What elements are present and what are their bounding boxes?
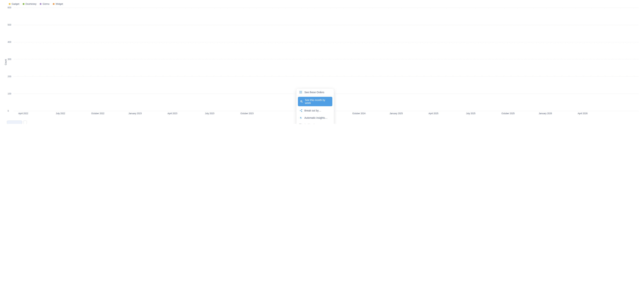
legend-swatch (53, 3, 54, 5)
breakout-icon (299, 109, 302, 112)
x-tick-label: January 2026 (539, 112, 552, 115)
x-tick-label: July 2023 (205, 112, 214, 115)
legend-swatch (9, 3, 10, 5)
legend-swatch (40, 3, 42, 5)
menu-label: Break out by… (304, 109, 321, 112)
legend-label: Gizmo (42, 2, 50, 5)
menu-see-orders[interactable]: See these Orders (296, 89, 334, 96)
y-tick-label: 200 (8, 75, 11, 78)
y-axis-label: Count (4, 59, 7, 65)
x-tick-label: April 2026 (578, 112, 588, 115)
x-tick-label: January 2023 (128, 112, 142, 115)
menu-label: See these Orders (304, 91, 324, 94)
svg-rect-0 (300, 91, 300, 92)
x-tick-label: October 2025 (502, 112, 514, 115)
legend-label: Gadget (12, 2, 20, 5)
legend-item-gadget[interactable]: Gadget (9, 2, 20, 5)
legend-label: Widget (56, 2, 63, 5)
svg-rect-6 (300, 93, 300, 93)
legend-label: Doohickey (26, 2, 36, 5)
svg-rect-8 (301, 93, 302, 93)
zoom-in-icon (300, 100, 303, 103)
footer-icon-button[interactable] (23, 120, 27, 124)
x-tick-label: July 2025 (466, 112, 475, 115)
menu-breakout[interactable]: Break out by… (296, 107, 334, 114)
y-tick-label: 400 (8, 41, 11, 43)
menu-see-by-week[interactable]: See this month by week (298, 97, 332, 106)
menu-label: See this month by week (305, 98, 330, 104)
y-tick-label: 500 (8, 24, 11, 26)
context-menu[interactable]: See these Orders See this month by week … (296, 88, 334, 124)
x-tick-label: April 2025 (428, 112, 438, 115)
y-tick-label: 100 (8, 92, 11, 95)
x-tick-label: April 2023 (168, 112, 177, 115)
svg-point-14 (301, 111, 302, 112)
svg-rect-3 (300, 92, 300, 92)
y-tick-label: 0 (8, 110, 9, 112)
grid-icon (299, 91, 302, 94)
footer-pill-button[interactable] (7, 120, 22, 124)
x-tick-label: July 2022 (56, 112, 65, 115)
chart-legend: GadgetDoohickeyGizmoWidget (4, 2, 640, 8)
x-tick-label: April 2022 (18, 112, 28, 115)
menu-label: Automatic insights… (304, 116, 328, 119)
legend-item-doohickey[interactable]: Doohickey (23, 2, 36, 5)
filter-section-label: Filter by this value (296, 122, 334, 124)
x-tick-label: October 2024 (352, 112, 366, 115)
x-tick-label: October 2023 (240, 112, 254, 115)
menu-insights[interactable]: Automatic insights… (296, 114, 334, 122)
bolt-icon (299, 116, 302, 119)
svg-line-10 (302, 102, 302, 102)
svg-rect-7 (300, 93, 301, 93)
svg-rect-4 (300, 92, 301, 92)
legend-item-gizmo[interactable]: Gizmo (40, 2, 50, 5)
y-tick-label: 300 (8, 58, 11, 60)
x-tick-label: January 2025 (390, 112, 403, 115)
svg-rect-1 (300, 91, 301, 92)
svg-rect-5 (301, 92, 302, 92)
svg-rect-2 (301, 91, 302, 92)
svg-point-13 (301, 110, 302, 110)
x-tick-label: October 2022 (91, 112, 104, 115)
legend-swatch (23, 3, 24, 5)
y-tick-label: 600 (8, 6, 11, 9)
legend-item-widget[interactable]: Widget (53, 2, 63, 5)
